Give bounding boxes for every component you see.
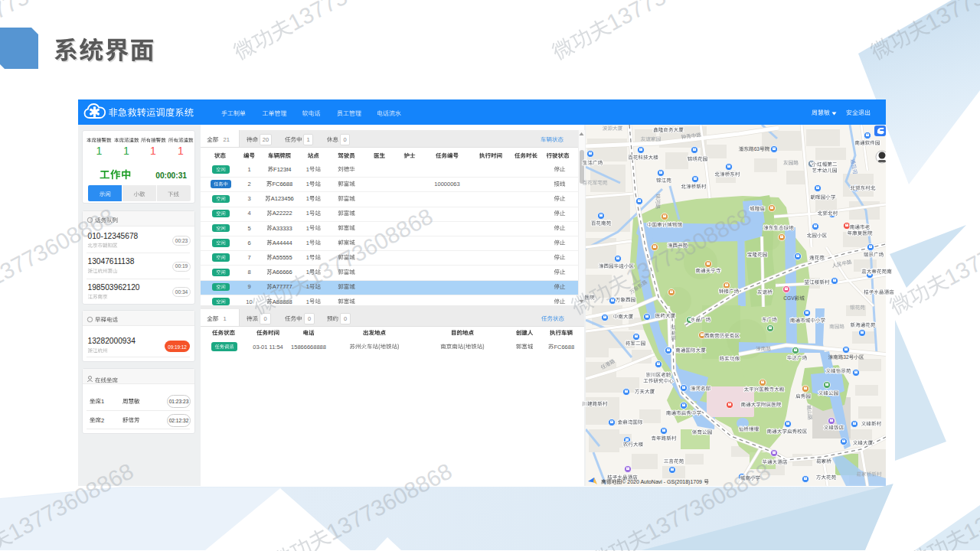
svg-text:13773608868: 13773608868 <box>322 458 456 545</box>
svg-text:FC6688: FC6688 <box>272 181 292 187</box>
svg-text:A66666: A66666 <box>273 269 292 276</box>
svg-text:02:12:32: 02:12:32 <box>169 418 189 423</box>
svg-text:13773608868: 13773608868 <box>4 458 138 545</box>
svg-text:4: 4 <box>247 210 250 217</box>
svg-text:13773608868: 13773608868 <box>959 458 980 545</box>
svg-text:00:34: 00:34 <box>175 289 188 295</box>
svg-text:A123456: A123456 <box>271 195 294 202</box>
svg-text:00:19: 00:19 <box>175 263 188 269</box>
svg-text:A55555: A55555 <box>273 254 292 261</box>
svg-text:1: 1 <box>247 166 250 173</box>
svg-text:09:19:12: 09:19:12 <box>168 344 187 350</box>
svg-text:A22222: A22222 <box>273 210 292 217</box>
svg-text:13773608868: 13773608868 <box>921 0 980 35</box>
svg-text:FC6688: FC6688 <box>554 344 574 350</box>
svg-text:1: 1 <box>306 136 309 143</box>
svg-text:1: 1 <box>306 210 309 217</box>
svg-text:15866668888: 15866668888 <box>291 344 326 350</box>
svg-text:21: 21 <box>224 136 230 143</box>
svg-text:1: 1 <box>306 283 309 290</box>
svg-text:A44444: A44444 <box>273 240 292 246</box>
svg-text:1: 1 <box>123 145 129 157</box>
svg-text:7: 7 <box>247 254 250 261</box>
svg-text:13282000934: 13282000934 <box>88 337 136 345</box>
svg-text:0: 0 <box>308 315 311 322</box>
svg-text:6: 6 <box>247 240 250 246</box>
svg-text:F123f4: F123f4 <box>273 166 291 173</box>
svg-text:8: 8 <box>247 269 250 276</box>
svg-text:0: 0 <box>344 315 347 322</box>
svg-text:13047611138: 13047611138 <box>88 257 135 266</box>
svg-text:20: 20 <box>263 136 269 143</box>
svg-text:13773608868: 13773608868 <box>603 0 737 35</box>
svg-text:5: 5 <box>247 225 250 232</box>
svg-text:0: 0 <box>343 136 346 143</box>
svg-text:01:23:23: 01:23:23 <box>169 399 189 404</box>
svg-text:13773608868: 13773608868 <box>940 203 980 290</box>
svg-text:13773608868: 13773608868 <box>622 203 756 290</box>
svg-text:1: 1 <box>306 195 309 202</box>
svg-text:13773608868: 13773608868 <box>284 0 418 35</box>
svg-text:32: 32 <box>843 354 849 360</box>
svg-text:00:00:31: 00:00:31 <box>155 171 187 180</box>
svg-text:13773608868: 13773608868 <box>0 0 100 35</box>
svg-text:10000063: 10000063 <box>434 181 459 187</box>
svg-text:2: 2 <box>101 417 104 424</box>
svg-text:13773608868: 13773608868 <box>303 203 437 290</box>
svg-text:13773608868: 13773608868 <box>0 203 119 290</box>
svg-text:1: 1 <box>306 166 309 173</box>
svg-text:9: 9 <box>247 283 250 290</box>
svg-text:1: 1 <box>150 145 156 157</box>
svg-text:1: 1 <box>306 240 309 246</box>
svg-text:198503962120: 198503962120 <box>88 283 140 292</box>
svg-text:1: 1 <box>101 398 104 405</box>
svg-text:CGV: CGV <box>783 295 795 301</box>
svg-text:1: 1 <box>224 315 227 322</box>
svg-text:00:23: 00:23 <box>175 238 188 243</box>
svg-text:A33333: A33333 <box>273 225 292 232</box>
svg-text:13773608868: 13773608868 <box>641 458 775 545</box>
svg-text:© 2020 AutoNavi - GS(2018)1709: © 2020 AutoNavi - GS(2018)1709 <box>622 479 702 485</box>
svg-text:1: 1 <box>306 225 309 232</box>
svg-text:1: 1 <box>96 145 103 157</box>
svg-text:1: 1 <box>306 181 309 187</box>
svg-text:1: 1 <box>306 254 309 261</box>
svg-text:2: 2 <box>247 181 250 187</box>
svg-text:0: 0 <box>263 315 266 322</box>
svg-text:1: 1 <box>178 145 184 157</box>
svg-text:10: 10 <box>246 298 252 305</box>
svg-text:1: 1 <box>306 298 309 305</box>
svg-text:63: 63 <box>754 146 760 152</box>
svg-text:03-01 11:54: 03-01 11:54 <box>253 344 283 350</box>
svg-text:3: 3 <box>247 195 250 202</box>
